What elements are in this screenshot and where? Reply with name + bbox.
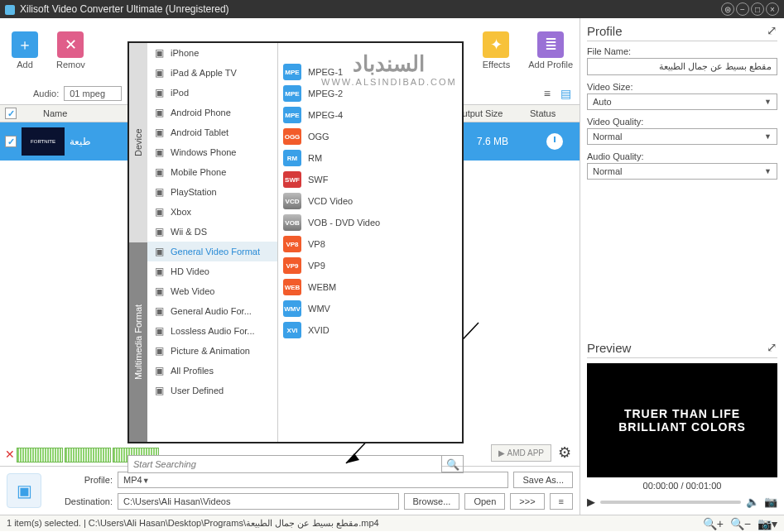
profile-label: Profile:	[50, 475, 113, 485]
amd-app-button[interactable]: ▶ AMD APP	[491, 444, 551, 462]
zoom-in-icon[interactable]: 🔍+	[703, 517, 724, 530]
preview-title: Preview⤢	[587, 340, 777, 358]
category-item[interactable]: ▣General Video Format	[147, 242, 277, 261]
minimize-button[interactable]: −	[736, 2, 749, 16]
audioquality-select[interactable]: Normal▼	[587, 163, 777, 180]
profile-format-icon: ▣	[7, 473, 41, 508]
profile-search[interactable]: 🔍	[127, 455, 464, 473]
tab-device[interactable]: Device	[129, 43, 147, 242]
category-list[interactable]: ▣iPhone▣iPad & Apple TV▣iPod▣Android Pho…	[147, 43, 278, 442]
format-item[interactable]: MPEMPEG-2	[278, 83, 462, 104]
close-button[interactable]: ×	[766, 2, 779, 16]
format-item[interactable]: MPEMPEG-1	[278, 61, 462, 83]
category-item[interactable]: ▣Mobile Phone	[147, 162, 277, 182]
expand-icon[interactable]: ⤢	[767, 23, 777, 38]
category-icon: ▣	[152, 106, 166, 119]
audio-select[interactable]: 01 mpeg	[64, 86, 122, 101]
format-icon: OGG	[283, 128, 301, 145]
browse-button[interactable]: Browse...	[404, 493, 460, 510]
category-icon: ▣	[152, 146, 166, 159]
format-icon: SWF	[283, 171, 301, 188]
wave-close-icon[interactable]: ✕	[5, 448, 15, 463]
row-checkbox[interactable]: ✓	[5, 136, 17, 147]
snapshot-icon[interactable]: 📷	[764, 496, 777, 508]
category-item[interactable]: ▣User Defined	[147, 381, 277, 400]
format-item[interactable]: VOBVOB - DVD Video	[278, 212, 462, 233]
category-item[interactable]: ▣iPad & Apple TV	[147, 63, 277, 83]
profile-dropdown: Device Multimedia Format ▣iPhone▣iPad & …	[127, 41, 464, 443]
videosize-label: Video Size:	[587, 82, 777, 92]
category-icon: ▣	[152, 126, 166, 139]
select-all-checkbox[interactable]: ✓	[5, 108, 17, 119]
filename-input[interactable]: مقطع بسيط عن جمال الطبيعة	[587, 58, 777, 75]
category-item[interactable]: ▣Windows Phone	[147, 142, 277, 162]
category-item[interactable]: ▣iPod	[147, 83, 277, 103]
volume-icon[interactable]: 🔈	[746, 496, 759, 508]
more-button[interactable]: >>>	[510, 493, 544, 510]
format-item[interactable]: SWFSWF	[278, 169, 462, 190]
view-grid-icon[interactable]: ▤	[560, 87, 571, 100]
dest-menu-button[interactable]: ≡	[550, 493, 573, 510]
settings-gear-icon[interactable]: ⚙	[558, 443, 571, 462]
search-icon[interactable]: 🔍	[441, 456, 463, 472]
destination-label: Destination:	[50, 496, 113, 506]
format-item[interactable]: VP8VP8	[278, 233, 462, 255]
category-item[interactable]: ▣General Audio For...	[147, 301, 277, 321]
category-item[interactable]: ▣Xbox	[147, 202, 277, 222]
category-item[interactable]: ▣Wii & DS	[147, 222, 277, 242]
status-bar: 1 item(s) selected. | C:\Users\Ali Hasan…	[0, 515, 784, 531]
search-input[interactable]	[128, 456, 441, 472]
effects-button[interactable]: ✦ Effects	[476, 28, 517, 73]
videoquality-label: Video Quality:	[587, 117, 777, 127]
format-item[interactable]: OGGOGG	[278, 126, 462, 147]
seek-bar[interactable]	[600, 501, 741, 504]
format-item[interactable]: WMVWMV	[278, 298, 462, 319]
format-icon: VOB	[283, 214, 301, 231]
view-list-icon[interactable]: ≡	[544, 87, 551, 100]
category-item[interactable]: ▣Picture & Animation	[147, 341, 277, 361]
open-button[interactable]: Open	[464, 493, 505, 510]
category-item[interactable]: ▣HD Video	[147, 261, 277, 281]
videosize-select[interactable]: Auto▼	[587, 93, 777, 110]
format-item[interactable]: VP9VP9	[278, 255, 462, 276]
col-output-size[interactable]: Output Size	[455, 108, 530, 118]
maximize-button[interactable]: □	[751, 2, 764, 16]
category-item[interactable]: ▣Web Video	[147, 281, 277, 301]
format-item[interactable]: RMRM	[278, 147, 462, 169]
play-button[interactable]: ▶	[587, 496, 595, 508]
format-icon: WMV	[283, 300, 301, 317]
remove-button[interactable]: ✕ Remov	[50, 28, 92, 73]
category-icon: ▣	[152, 304, 166, 318]
zoom-out-icon[interactable]: 🔍−	[730, 517, 751, 530]
category-icon: ▣	[152, 86, 166, 99]
clock-icon	[546, 133, 563, 150]
format-icon: MPE	[283, 107, 301, 123]
category-item[interactable]: ▣Lossless Audio For...	[147, 321, 277, 341]
videoquality-select[interactable]: Normal▼	[587, 128, 777, 145]
tab-multimedia-format[interactable]: Multimedia Format	[129, 242, 147, 442]
add-profile-button[interactable]: ≣ Add Profile	[522, 28, 580, 73]
help-button[interactable]: ⊜	[721, 2, 734, 16]
category-item[interactable]: ▣PlayStation	[147, 182, 277, 202]
category-icon: ▣	[152, 66, 166, 79]
format-item[interactable]: WEBWEBM	[278, 276, 462, 298]
save-as-button[interactable]: Save As...	[513, 472, 573, 488]
col-status[interactable]: Status	[530, 108, 580, 118]
category-item[interactable]: ▣Android Tablet	[147, 122, 277, 142]
plus-icon: ＋	[12, 31, 38, 58]
category-item[interactable]: ▣All Profiles	[147, 361, 277, 381]
format-item[interactable]: MPEMPEG-4	[278, 104, 462, 126]
format-item[interactable]: VCDVCD Video	[278, 190, 462, 212]
category-item[interactable]: ▣Android Phone	[147, 103, 277, 122]
format-list[interactable]: MPEMPEG-1MPEMPEG-2MPEMPEG-4OGGOGGRMRMSWF…	[278, 43, 462, 442]
add-button[interactable]: ＋ Add	[5, 28, 45, 73]
snapshot-status-icon[interactable]: 📷▾	[758, 517, 777, 530]
format-item[interactable]: XVIXVID	[278, 319, 462, 341]
filename-label: File Name:	[587, 46, 777, 56]
category-item[interactable]: ▣iPhone	[147, 43, 277, 63]
window-title: Xilisoft Video Converter Ultimate (Unreg…	[5, 3, 721, 15]
expand-icon[interactable]: ⤢	[767, 340, 777, 355]
format-icon: WEB	[283, 279, 301, 295]
profile-select[interactable]: MP4▼	[118, 472, 508, 488]
destination-input[interactable]: C:\Users\Ali Hasan\Videos	[118, 493, 399, 510]
